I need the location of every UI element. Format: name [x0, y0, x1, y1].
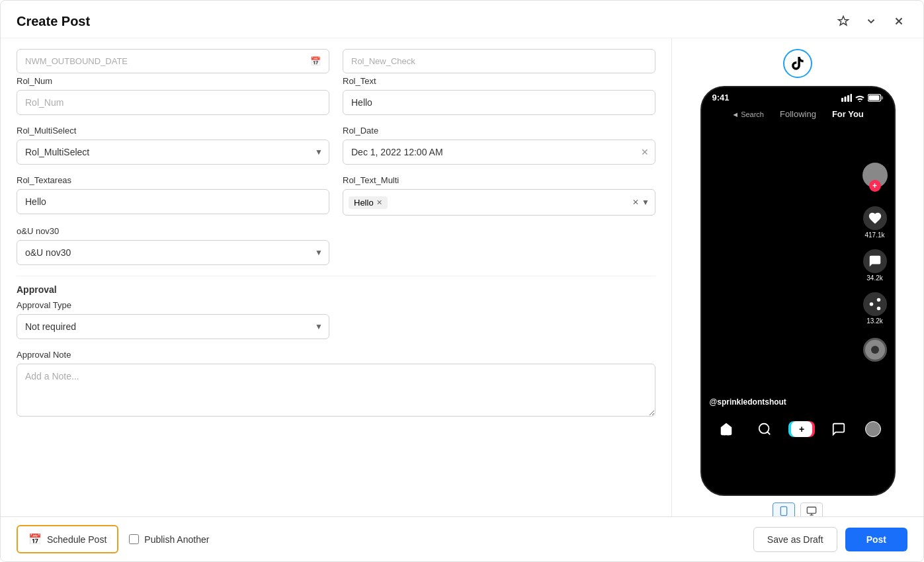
approval-type-label: Approval Type: [17, 300, 329, 310]
inbox-nav-icon: [827, 417, 851, 441]
tiktok-username: @sprinkledontshout: [710, 397, 786, 407]
new-check-placeholder: Rol_New_Check: [351, 56, 415, 66]
phone-frame: 9:41: [700, 86, 896, 496]
create-post-modal: Create Post: [0, 0, 924, 562]
approval-note-group: Approval Note: [17, 350, 655, 417]
phone-status-bar: 9:41: [702, 87, 894, 105]
outbound-date-placeholder: NWM_OUTBOUND_DATE: [25, 56, 128, 66]
tag-text: Hello: [354, 198, 374, 208]
approval-type-select[interactable]: Not required Required: [17, 314, 329, 339]
rol-textareas-group: Rol_Textareas: [17, 175, 329, 216]
tiktok-user-info: @sprinkledontshout: [710, 395, 786, 407]
mobile-preview-toggle[interactable]: [773, 502, 795, 516]
post-button[interactable]: Post: [845, 528, 907, 551]
music-disc-icon: [863, 338, 887, 362]
tiktok-music-action: [863, 338, 887, 362]
close-icon-button[interactable]: [890, 13, 907, 30]
rol-textareas-input[interactable]: [17, 189, 329, 214]
outbound-date-group: NWM_OUTBOUND_DATE 📅: [17, 49, 329, 73]
schedule-calendar-icon: 📅: [28, 533, 42, 545]
rol-multiselect-select[interactable]: Rol_MultiSelect: [17, 140, 329, 165]
clear-all-icon[interactable]: ✕: [632, 198, 639, 207]
modal-footer: 📅 Schedule Post Publish Another Save as …: [1, 516, 923, 561]
approval-note-textarea[interactable]: [17, 364, 655, 417]
add-nav-button: +: [791, 421, 812, 437]
svg-rect-9: [881, 96, 883, 99]
profile-nav-icon: [865, 421, 881, 437]
desktop-icon: [806, 506, 817, 516]
heart-icon: [863, 206, 887, 230]
o-u-nov30-wrapper: o&U nov30 ▼: [17, 240, 329, 265]
rol-multiselect-date-row: Rol_MultiSelect Rol_MultiSelect ▼ Rol_Da…: [17, 126, 655, 165]
rol-num-text-row: Rol_Num Rol_Text: [17, 76, 655, 115]
rol-textareas-label: Rol_Textareas: [17, 175, 329, 185]
rol-date-input[interactable]: [343, 140, 655, 165]
rol-textareas-multi-row: Rol_Textareas Rol_Text_Multi Hello ✕ ✕: [17, 175, 655, 216]
battery-icon: [868, 94, 884, 102]
schedule-post-button[interactable]: 📅 Schedule Post: [17, 525, 118, 553]
chevron-down-icon-button[interactable]: [862, 13, 880, 30]
rol-text-label: Rol_Text: [343, 76, 655, 86]
rol-date-label: Rol_Date: [343, 126, 655, 136]
hello-tag: Hello ✕: [349, 196, 388, 209]
rol-date-group: Rol_Date ✕: [343, 126, 655, 165]
header-icons: [835, 13, 907, 30]
preview-toggle: [773, 502, 823, 516]
rol-multiselect-wrapper: Rol_MultiSelect ▼: [17, 140, 329, 165]
mobile-icon: [778, 506, 789, 516]
rol-date-wrapper: ✕: [343, 140, 655, 165]
new-check-input[interactable]: Rol_New_Check: [343, 49, 655, 73]
rol-num-label: Rol_Num: [17, 76, 329, 86]
svg-rect-3: [844, 97, 846, 102]
date-clear-button[interactable]: ✕: [641, 147, 649, 157]
approval-type-group: Approval Type Not required Required ▼: [17, 300, 329, 339]
desktop-preview-toggle[interactable]: [800, 502, 823, 516]
o-u-nov30-select[interactable]: o&U nov30: [17, 240, 329, 265]
approval-type-wrapper: Not required Required ▼: [17, 314, 329, 339]
rol-text-group: Rol_Text: [343, 76, 655, 115]
publish-another-checkbox[interactable]: [129, 534, 139, 544]
tiktok-shares-action: 13.2k: [863, 292, 887, 325]
outbound-date-input[interactable]: NWM_OUTBOUND_DATE 📅: [17, 49, 329, 73]
approval-note-label: Approval Note: [17, 350, 655, 360]
tiktok-nav: ◄ Search Following For You: [702, 105, 894, 123]
svg-rect-5: [850, 94, 852, 102]
rol-text-input[interactable]: [343, 90, 655, 115]
save-draft-button[interactable]: Save as Draft: [753, 527, 837, 552]
rol-text-multi-wrapper[interactable]: Hello ✕ ✕ ▼: [343, 189, 655, 216]
for-you-nav-item: For You: [832, 109, 864, 119]
svg-point-6: [859, 100, 861, 101]
tiktok-logo-icon: [790, 56, 806, 71]
pin-icon-button[interactable]: [835, 13, 852, 30]
rol-num-group: Rol_Num: [17, 76, 329, 115]
svg-point-10: [759, 423, 769, 433]
modal-title: Create Post: [17, 14, 90, 29]
comment-icon: [863, 249, 887, 273]
approval-type-row: Approval Type Not required Required ▼: [17, 300, 655, 339]
tiktok-bottom-nav: +: [702, 411, 894, 447]
tiktok-follow-plus: +: [869, 180, 881, 192]
tiktok-avatar: +: [862, 163, 888, 188]
svg-rect-8: [868, 95, 879, 100]
svg-rect-4: [847, 95, 849, 102]
publish-another-label[interactable]: Publish Another: [129, 534, 209, 545]
schedule-label: Schedule Post: [47, 534, 106, 545]
phone-time: 9:41: [712, 93, 730, 102]
o-u-nov30-label: o&U nov30: [17, 226, 329, 236]
likes-count: 417.1k: [864, 231, 884, 239]
tag-close-icon[interactable]: ✕: [376, 198, 382, 207]
o-u-nov30-row: o&U nov30 o&U nov30 ▼: [17, 226, 655, 265]
rol-text-multi-label: Rol_Text_Multi: [343, 175, 655, 185]
preview-panel: 9:41: [672, 38, 923, 516]
top-fields-row: NWM_OUTBOUND_DATE 📅 Rol_New_Check: [17, 44, 655, 73]
form-panel: NWM_OUTBOUND_DATE 📅 Rol_New_Check Rol_Nu…: [1, 38, 672, 516]
rol-num-input[interactable]: [17, 90, 329, 115]
svg-rect-11: [780, 506, 786, 515]
phone-content: + 417.1k: [702, 123, 894, 447]
rol-multiselect-group: Rol_MultiSelect Rol_MultiSelect ▼: [17, 126, 329, 165]
modal-header: Create Post: [1, 1, 923, 38]
tiktok-logo-area: [783, 49, 812, 78]
footer-right: Save as Draft Post: [753, 527, 907, 552]
wifi-icon: [855, 94, 865, 102]
svg-rect-2: [841, 98, 843, 102]
